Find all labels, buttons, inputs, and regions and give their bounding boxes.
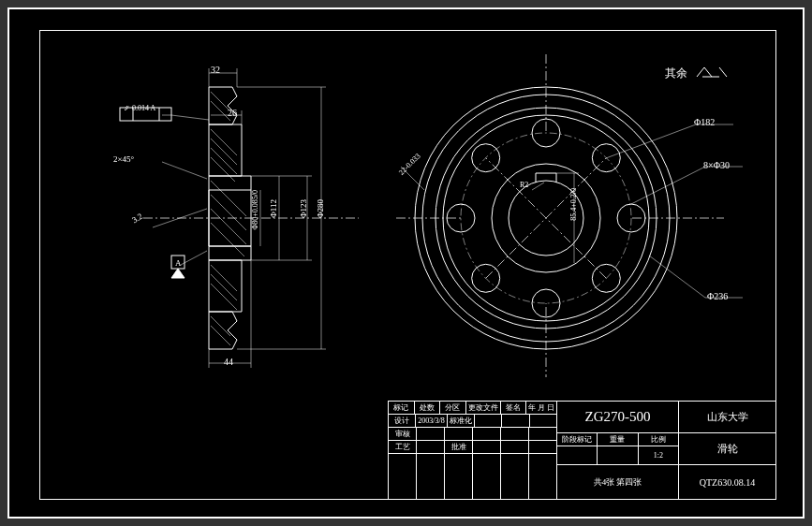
tb-material: ZG270-500 (557, 402, 678, 433)
tb-dwg-no: QTZ630.08.14 (679, 465, 775, 499)
dim-bcd: Φ182 (694, 117, 715, 127)
dim-step-width: 26 (228, 108, 237, 118)
dim-rad: R2 (520, 181, 528, 189)
tb-right: 山东大学 滑轮 QTZ630.08.14 (679, 402, 775, 499)
dim-hub: Φ123 (299, 199, 308, 218)
tb-middle: ZG270-500 阶段标记 重量 比例 1:2 共4张 第四张 (557, 402, 679, 499)
tb-h-qty: 处数 (415, 402, 441, 414)
tb-h-date: 年 月 日 (526, 402, 556, 414)
tb-h-change: 更改文件 (466, 402, 501, 414)
svg-line-7 (211, 157, 235, 182)
tb-appr: 批准 (445, 441, 473, 453)
cad-viewport: 其余 (7, 7, 805, 519)
dim-bore: Φ80+0.085/0 (251, 190, 259, 230)
datum-a: A (175, 258, 182, 268)
dim-groove: Φ112 (269, 199, 278, 218)
svg-line-10 (211, 209, 246, 244)
tb-h-sig: 签名 (501, 402, 527, 414)
drawing-border: 其余 (39, 30, 776, 500)
tb-h-mark: 标记 (389, 402, 415, 414)
dim-chamfer: 2×45° (113, 154, 134, 164)
tb-ratio: 比例 (639, 433, 678, 446)
title-block: 标记 处数 分区 更改文件 签名 年 月 日 设计 2003/3/8 标准化 审… (388, 401, 775, 499)
svg-line-31 (162, 162, 207, 179)
svg-line-16 (211, 326, 230, 345)
dim-outer: Φ280 (316, 199, 325, 218)
dim-tolerance: ⫽ 0.014 A (123, 104, 155, 112)
tb-org: 山东大学 (679, 402, 775, 433)
tb-scale: 1:2 (639, 446, 678, 464)
tb-proc: 工艺 (389, 441, 417, 453)
svg-line-15 (211, 316, 230, 336)
tb-sheet: 共4张 第四张 (557, 465, 678, 499)
svg-line-65 (649, 256, 705, 298)
tb-weight: 重量 (598, 433, 638, 446)
dim-rim: Φ236 (707, 291, 728, 301)
svg-line-8 (211, 181, 246, 216)
tb-part-name: 滑轮 (679, 433, 775, 465)
dim-top-width: 32 (211, 65, 220, 75)
dim-hub-width: 44 (224, 357, 233, 367)
tb-design: 设计 (389, 415, 416, 427)
svg-line-33 (171, 115, 209, 120)
svg-line-11 (211, 223, 244, 256)
tb-check: 审核 (389, 428, 417, 440)
dim-key-height: 85.4+0.2/0 (569, 188, 578, 221)
tb-revision-cols: 标记 处数 分区 更改文件 签名 年 月 日 设计 2003/3/8 标准化 审… (389, 402, 557, 499)
svg-line-9 (211, 195, 246, 230)
tb-h-zone: 分区 (440, 402, 466, 414)
tb-std: 标准化 (448, 415, 475, 427)
dim-holes: 8×Φ30 (703, 160, 730, 170)
tb-ddate: 2003/3/8 (416, 415, 447, 427)
tb-stage: 阶段标记 (557, 433, 598, 446)
